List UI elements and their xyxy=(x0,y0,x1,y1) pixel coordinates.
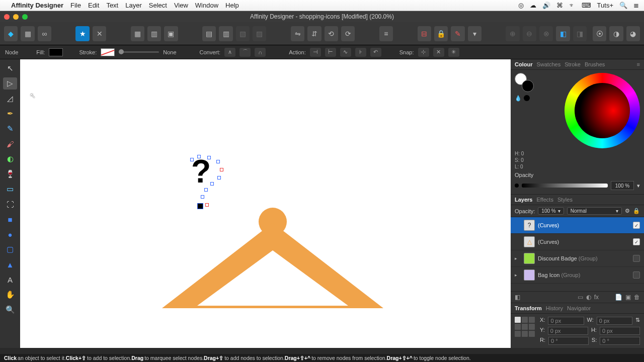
sys-icon-cmd[interactable]: ⌘ xyxy=(556,2,563,9)
sys-icon-volume[interactable]: 🔊 xyxy=(542,2,550,9)
x-field[interactable]: 0 px xyxy=(548,317,584,325)
snap-node-button[interactable]: ⊹ xyxy=(418,48,429,57)
pen-tool[interactable]: ✒ xyxy=(3,108,17,120)
snapping-button[interactable]: ⊟ xyxy=(418,26,431,41)
fill-stroke-selector[interactable] xyxy=(515,73,534,92)
tab-effects[interactable]: Effects xyxy=(536,197,553,203)
flip-v-button[interactable]: ⇵ xyxy=(307,26,321,41)
action-reverse-button[interactable]: ↶ xyxy=(370,48,381,57)
blend-mode-select[interactable]: Normal▾ xyxy=(567,207,622,215)
layer-adjust-icon[interactable]: ◐ xyxy=(586,294,591,301)
convert-smooth-button[interactable]: ⌒ xyxy=(239,48,251,57)
tab-styles[interactable]: Styles xyxy=(557,197,573,203)
layer-lock-icon[interactable]: 🔒 xyxy=(633,208,640,214)
menu-file[interactable]: File xyxy=(70,2,81,9)
zoom-tool[interactable]: 🔍 xyxy=(3,304,17,316)
stroke-circle[interactable] xyxy=(522,80,534,92)
link-wh-icon[interactable]: ⇅ xyxy=(635,317,640,325)
canvas-viewport[interactable]: ? ↖ xyxy=(20,59,511,348)
move-tool[interactable]: ↖ xyxy=(3,62,17,74)
opacity-dropdown-icon[interactable]: ▾ xyxy=(637,183,640,189)
layer-visible-checkbox[interactable]: ✓ xyxy=(633,222,640,229)
boolean-int-button[interactable]: ⊗ xyxy=(539,26,553,41)
node-handle[interactable] xyxy=(216,160,220,163)
persona-pixel-icon[interactable]: ▦ xyxy=(21,26,34,41)
tab-history[interactable]: History xyxy=(546,305,563,311)
layer-row[interactable]: ? (Curves) ✓ xyxy=(511,217,644,234)
node-handle[interactable] xyxy=(190,158,194,161)
menu-text[interactable]: Text xyxy=(106,2,118,9)
rotate-ccw-button[interactable]: ⟲ xyxy=(325,26,338,41)
triangle-tool[interactable]: ▲ xyxy=(3,258,17,270)
sys-icon-cloud[interactable]: ☁ xyxy=(530,2,536,9)
zoom-window-button[interactable] xyxy=(22,14,28,20)
question-mark-curve[interactable]: ? xyxy=(191,159,211,185)
node-handle[interactable] xyxy=(205,203,209,207)
opacity-slider[interactable] xyxy=(522,184,608,188)
persona-designer-icon[interactable]: ◆ xyxy=(4,26,18,41)
align-button[interactable]: ≡ xyxy=(379,26,393,41)
tab-brushes[interactable]: Brushes xyxy=(585,61,605,67)
boolean-sub-button[interactable]: ⊖ xyxy=(523,26,536,41)
layer-visible-checkbox[interactable] xyxy=(633,272,640,279)
arrange-backward-button[interactable]: ▨ xyxy=(253,26,266,41)
menu-edit[interactable]: Edit xyxy=(88,2,99,9)
r-field[interactable]: 0 ° xyxy=(548,337,589,345)
layer-mask-icon[interactable]: ▭ xyxy=(578,294,583,301)
fill-tool[interactable]: ◐ xyxy=(3,153,17,165)
menu-select[interactable]: Select xyxy=(149,2,167,9)
layer-opacity-field[interactable]: 100 % ▾ xyxy=(538,207,564,215)
text-tool[interactable]: A xyxy=(3,274,17,286)
rounded-rect-tool[interactable]: ▢ xyxy=(3,243,17,255)
snap-toggle-button[interactable]: ✎ xyxy=(451,26,464,41)
node-handle[interactable] xyxy=(204,188,208,192)
action-close-button[interactable]: ⊢ xyxy=(325,48,336,57)
close-window-button[interactable] xyxy=(4,14,10,20)
tab-layers[interactable]: Layers xyxy=(515,197,532,203)
insert-target-button[interactable]: ⦿ xyxy=(593,26,606,41)
action-break-button[interactable]: ⊣ xyxy=(310,48,321,57)
sys-icon-wifi[interactable]: ᯤ xyxy=(569,2,576,9)
layer-disclosure[interactable]: ▸ xyxy=(515,273,521,278)
tab-swatches[interactable]: Swatches xyxy=(536,61,560,67)
layer-visible-checkbox[interactable] xyxy=(633,255,640,262)
pan-tool[interactable]: ✋ xyxy=(3,289,17,301)
stroke-swatch[interactable] xyxy=(101,48,115,56)
menu-layer[interactable]: Layer xyxy=(125,2,142,9)
layer-disclosure[interactable]: ▸ xyxy=(515,256,521,261)
minimize-window-button[interactable] xyxy=(13,14,19,20)
anchor-grid[interactable] xyxy=(515,317,535,337)
defaults-sync-button[interactable]: ★ xyxy=(75,26,89,41)
arrange-back-button[interactable]: ▥ xyxy=(219,26,232,41)
h-field[interactable]: 0 px xyxy=(600,327,640,335)
corner-tool[interactable]: ◿ xyxy=(3,93,17,105)
layer-copy-icon[interactable]: 📄 xyxy=(615,294,622,301)
insert-inside-button[interactable]: ◕ xyxy=(626,26,640,41)
insert-behind-button[interactable]: ◑ xyxy=(609,26,623,41)
convert-sharp-button[interactable]: ∧ xyxy=(224,48,235,57)
brush-tool[interactable]: 🖌 xyxy=(3,138,17,150)
node-handle[interactable] xyxy=(210,182,214,186)
boolean-div-button[interactable]: ◨ xyxy=(573,26,587,41)
action-join-button[interactable]: ⊦ xyxy=(355,48,366,57)
rotate-cw-button[interactable]: ⟳ xyxy=(341,26,355,41)
action-smooth-button[interactable]: ∿ xyxy=(340,48,351,57)
s-field[interactable]: 0 ° xyxy=(600,337,640,345)
menu-help[interactable]: Help xyxy=(225,2,239,9)
layer-delete-icon[interactable]: 🗑 xyxy=(634,294,640,301)
layer-row[interactable]: △ (Curves) ✓ xyxy=(511,234,644,250)
layer-visible-checkbox[interactable]: ✓ xyxy=(633,238,640,245)
picked-colour-swatch[interactable] xyxy=(524,95,530,101)
sys-icon-1[interactable]: ◎ xyxy=(518,2,524,9)
menu-view[interactable]: View xyxy=(174,2,188,9)
snap-pixel-icon[interactable]: ▥ xyxy=(147,26,161,41)
app-name[interactable]: Affinity Designer xyxy=(11,2,63,9)
rectangle-tool[interactable]: ■ xyxy=(3,213,17,225)
tab-navigator[interactable]: Navigator xyxy=(567,305,591,311)
y-field[interactable]: 0 px xyxy=(548,327,588,335)
node-handle[interactable] xyxy=(197,155,201,158)
layer-blend-icon[interactable]: ◧ xyxy=(515,294,520,301)
sys-icon-input[interactable]: ⌨ xyxy=(582,2,591,9)
w-field[interactable]: 0 px xyxy=(597,317,632,325)
eyedropper-icon[interactable]: 💧 xyxy=(515,95,522,102)
